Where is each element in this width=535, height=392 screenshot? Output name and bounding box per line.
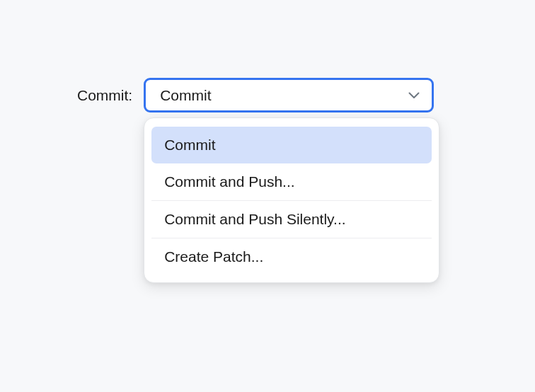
commit-dropdown: Commit Commit Commit and Push... Commit …	[144, 78, 434, 113]
dropdown-item-commit-and-push-silently[interactable]: Commit and Push Silently...	[151, 201, 432, 238]
commit-dropdown-menu: Commit Commit and Push... Commit and Pus…	[144, 117, 439, 283]
chevron-down-icon	[408, 89, 420, 102]
commit-label: Commit:	[77, 87, 132, 104]
commit-dropdown-button[interactable]: Commit	[144, 78, 434, 113]
dropdown-item-commit[interactable]: Commit	[151, 127, 432, 163]
dropdown-item-create-patch[interactable]: Create Patch...	[151, 238, 432, 275]
dropdown-item-commit-and-push[interactable]: Commit and Push...	[151, 163, 432, 201]
commit-form-row: Commit: Commit Commit Commit and Push...…	[77, 78, 434, 113]
commit-dropdown-selected: Commit	[160, 87, 211, 104]
